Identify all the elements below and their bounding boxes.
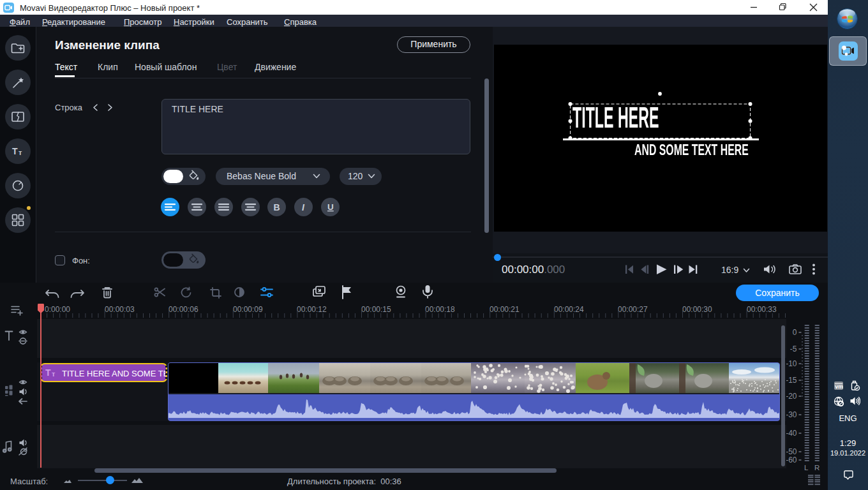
svg-text:-30: -30 (786, 410, 797, 419)
svg-text:00:00:09: 00:00:09 (233, 305, 263, 314)
svg-text:т: т (19, 149, 22, 156)
svg-text:-5: -5 (790, 345, 797, 353)
svg-text:00:00:15: 00:00:15 (361, 305, 391, 314)
svg-text:U: U (327, 202, 334, 212)
svg-text:L: L (804, 464, 809, 471)
svg-text:-20: -20 (786, 392, 797, 401)
svg-text:00:00:24: 00:00:24 (554, 305, 584, 314)
svg-text:-10: -10 (786, 359, 797, 368)
svg-text:00:00:30: 00:00:30 (682, 305, 712, 314)
svg-text:00:00:12: 00:00:12 (297, 305, 327, 314)
svg-text:I: I (302, 202, 305, 212)
svg-text:0: 0 (793, 328, 797, 337)
svg-text:T: T (12, 146, 18, 156)
svg-text:00:00:21: 00:00:21 (490, 305, 520, 314)
svg-text:00:00:27: 00:00:27 (618, 305, 648, 314)
svg-text:00:00:06: 00:00:06 (168, 305, 198, 314)
svg-text:-50: -50 (786, 447, 797, 456)
svg-text:B: B (274, 202, 280, 212)
svg-text:00:00:03: 00:00:03 (105, 305, 135, 314)
svg-text:00:00:33: 00:00:33 (747, 305, 777, 314)
svg-text:-40: -40 (786, 429, 797, 438)
svg-text:0:00:00: 0:00:00 (45, 305, 70, 314)
svg-text:00:00:18: 00:00:18 (425, 305, 455, 314)
svg-text:vm: vm (835, 383, 843, 390)
svg-text:-15: -15 (786, 376, 797, 385)
svg-text:R: R (814, 464, 819, 471)
svg-text:-60: -60 (786, 456, 797, 464)
